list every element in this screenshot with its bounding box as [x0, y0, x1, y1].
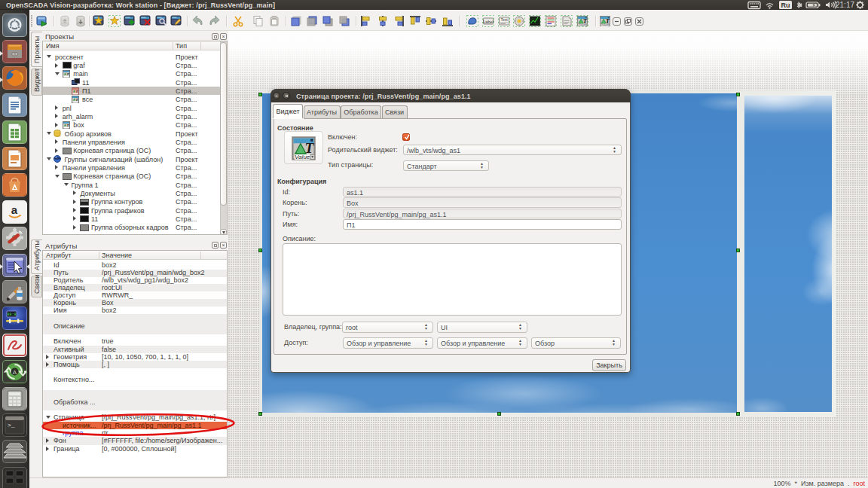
svg-text:88:8: 88:8	[7, 313, 16, 317]
svg-text:21:17: 21:17	[836, 1, 854, 9]
svg-text:a: a	[11, 203, 18, 216]
svg-text:Text: Text	[500, 17, 508, 22]
svg-text:Value: Value	[601, 23, 607, 26]
svg-text:Ru: Ru	[781, 2, 790, 9]
svg-text:Label: Label	[483, 20, 493, 24]
svg-text:A: A	[13, 369, 17, 376]
svg-text:Value: Value	[295, 154, 310, 160]
svg-text:Value: Value	[578, 23, 585, 26]
svg-text:>_: >_	[8, 422, 15, 429]
